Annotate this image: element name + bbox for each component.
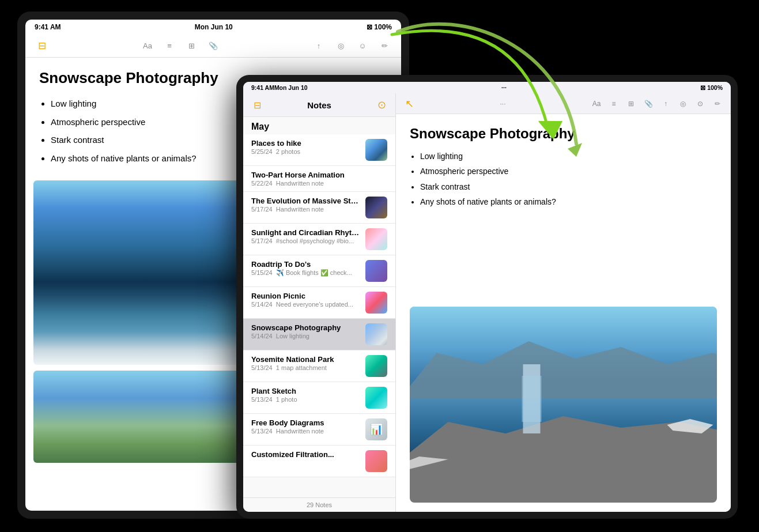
fg-date: Mon Jun 10 — [274, 84, 308, 91]
note-subtitle: 5/17/24 #school #psychology #bio... — [251, 237, 361, 244]
note-item-text: Yosemite National Park 5/13/24 1 map att… — [251, 355, 361, 371]
note-item-horse[interactable]: Two-Part Horse Animation 5/22/24 Handwri… — [243, 166, 395, 192]
note-item-roadtrip[interactable]: Roadtrip To Do's 5/15/24 ✈️ Book flights… — [243, 255, 395, 287]
bg-table-icon[interactable]: ⊞ — [183, 37, 200, 55]
ipad-fg-screen: 9:41 AM Mon Jun 10 ··· ⊠ 100% ⊟ Notes ⊙ … — [243, 82, 731, 512]
note-title: Sunlight and Circadian Rhyth... — [251, 228, 361, 237]
note-item-text: Customized Filtration... — [251, 450, 361, 459]
detail-note-image — [410, 307, 717, 503]
note-item-yosemite[interactable]: Yosemite National Park 5/13/24 1 map att… — [243, 350, 395, 382]
bg-share-icon[interactable]: ↑ — [310, 37, 327, 55]
fg-time: 9:41 AM — [251, 84, 274, 91]
note-item-filtration[interactable]: Customized Filtration... — [243, 446, 395, 477]
note-thumb-custom — [365, 450, 387, 472]
note-item-sunlight[interactable]: Sunlight and Circadian Rhyth... 5/17/24 … — [243, 224, 395, 255]
note-item-star[interactable]: The Evolution of Massive Star... 5/17/24… — [243, 192, 395, 224]
detail-toolbar-dots: ··· — [420, 100, 586, 108]
bg-emoji-icon[interactable]: ☺ — [354, 37, 371, 55]
bg-markup-icon[interactable]: ◎ — [332, 37, 349, 55]
detail-note-body: Low lighting Atmospheric perspective Sta… — [410, 150, 717, 209]
markup-icon[interactable]: ◎ — [675, 96, 690, 111]
note-subtitle: 5/17/24 Handwritten note — [251, 206, 361, 213]
note-subtitle: 5/22/24 Handwritten note — [251, 180, 387, 187]
note-item-text: Sunlight and Circadian Rhyth... 5/17/24 … — [251, 228, 361, 244]
note-title: Two-Part Horse Animation — [251, 171, 387, 179]
note-title: Snowscape Photography — [251, 323, 361, 332]
bg-status-bar: 9:41 AM Mon Jun 10 ⊠ 100% — [25, 20, 401, 35]
fg-status-bar: 9:41 AM Mon Jun 10 ··· ⊠ 100% — [243, 82, 731, 93]
detail-bullet-3: Stark contrast — [420, 180, 717, 193]
notes-count: 29 Notes — [243, 497, 395, 512]
detail-bullet-4: Any shots of native plants or animals? — [420, 195, 717, 208]
bg-compose-icon[interactable]: ✏ — [376, 37, 393, 55]
detail-bullet-1: Low lighting — [420, 150, 717, 163]
back-arrow-icon[interactable]: ↖ — [402, 96, 417, 111]
bg-list-icon[interactable]: ≡ — [161, 37, 178, 55]
note-item-places-to-hike[interactable]: Places to hike 5/25/24 2 photos — [243, 134, 395, 166]
note-item-text: Two-Part Horse Animation 5/22/24 Handwri… — [251, 171, 387, 187]
note-subtitle: 5/25/24 2 photos — [251, 148, 361, 155]
note-title: Places to hike — [251, 139, 361, 148]
table-icon[interactable]: ⊞ — [624, 96, 639, 111]
note-title: Plant Sketch — [251, 387, 361, 395]
notes-list[interactable]: Places to hike 5/25/24 2 photos Two-Part… — [243, 134, 395, 497]
more-icon[interactable]: ⊙ — [693, 96, 708, 111]
note-thumb-sunlight — [365, 228, 387, 250]
note-item-text: Plant Sketch 5/13/24 1 photo — [251, 387, 361, 403]
bg-attach-icon[interactable]: 📎 — [205, 37, 222, 55]
note-thumb-plant — [365, 387, 387, 409]
note-subtitle: 5/14/24 Need everyone's updated... — [251, 301, 361, 308]
note-item-text: The Evolution of Massive Star... 5/17/24… — [251, 197, 361, 213]
note-item-text: Roadtrip To Do's 5/15/24 ✈️ Book flights… — [251, 260, 361, 277]
bg-time: 9:41 AM — [35, 23, 61, 31]
note-subtitle: 5/13/24 Handwritten note — [251, 428, 361, 435]
attach-icon[interactable]: 📎 — [641, 96, 656, 111]
note-thumb-snow — [365, 323, 387, 345]
note-item-snowscape[interactable]: Snowscape Photography 5/14/24 Low lighti… — [243, 319, 395, 350]
note-title: Roadtrip To Do's — [251, 260, 361, 269]
bg-wifi: ⊠ 100% — [367, 23, 392, 31]
detail-toolbar-right: Aa ≡ ⊞ 📎 ↑ ◎ ⊙ ✏ — [589, 96, 725, 111]
svg-marker-4 — [410, 416, 717, 503]
sidebar-toggle-icon[interactable]: ⊟ — [249, 97, 265, 113]
detail-note-title: Snowscape Photography — [410, 126, 717, 142]
compose-icon[interactable]: ✏ — [710, 96, 725, 111]
detail-toolbar-left: ↖ — [402, 96, 417, 111]
note-thumb-yosemite — [365, 355, 387, 377]
share-icon[interactable]: ↑ — [658, 96, 673, 111]
note-item-text: Snowscape Photography 5/14/24 Low lighti… — [251, 323, 361, 339]
note-title: Free Body Diagrams — [251, 418, 361, 427]
notes-list-title: Notes — [265, 100, 373, 110]
svg-rect-8 — [522, 376, 542, 422]
note-thumb-landscape — [365, 139, 387, 161]
section-may: May — [243, 117, 395, 134]
fg-wifi: ⊠ 100% — [700, 84, 723, 91]
note-detail-content: Snowscape Photography Low lighting Atmos… — [396, 114, 731, 297]
format-aa-icon[interactable]: Aa — [589, 96, 604, 111]
note-item-text: Places to hike 5/25/24 2 photos — [251, 139, 361, 155]
bg-sidebar-icon[interactable]: ⊟ — [33, 37, 51, 55]
note-thumb-body: 📊 — [365, 418, 387, 440]
note-thumb-star — [365, 197, 387, 218]
note-item-body-diagrams[interactable]: Free Body Diagrams 5/13/24 Handwritten n… — [243, 414, 395, 446]
note-title: The Evolution of Massive Star... — [251, 197, 361, 205]
bg-date: Mon Jun 10 — [195, 23, 233, 31]
format-list-icon[interactable]: ≡ — [606, 96, 621, 111]
note-title: Customized Filtration... — [251, 450, 361, 459]
note-detail-panel: ↖ ··· Aa ≡ ⊞ 📎 ↑ ◎ ⊙ ✏ Snowscap — [396, 93, 731, 512]
note-subtitle: 5/15/24 ✈️ Book flights ✅ check... — [251, 269, 361, 277]
fg-dots: ··· — [501, 84, 507, 91]
bg-toolbar: ⊟ Aa ≡ ⊞ 📎 ↑ ◎ ☺ ✏ — [25, 35, 401, 58]
detail-toolbar: ↖ ··· Aa ≡ ⊞ 📎 ↑ ◎ ⊙ ✏ — [396, 93, 731, 114]
bg-format-icon[interactable]: Aa — [139, 37, 156, 55]
note-item-plant[interactable]: Plant Sketch 5/13/24 1 photo — [243, 382, 395, 414]
note-subtitle: 5/13/24 1 photo — [251, 396, 361, 403]
more-options-icon[interactable]: ⊙ — [373, 97, 390, 113]
note-image-landscape — [410, 307, 717, 503]
note-item-text: Reunion Picnic 5/14/24 Need everyone's u… — [251, 292, 361, 308]
note-title: Reunion Picnic — [251, 292, 361, 300]
split-view: ⊟ Notes ⊙ May Places to hike 5/25/24 2 p… — [243, 93, 731, 512]
ipad-foreground: 9:41 AM Mon Jun 10 ··· ⊠ 100% ⊟ Notes ⊙ … — [236, 75, 738, 519]
note-item-text: Free Body Diagrams 5/13/24 Handwritten n… — [251, 418, 361, 435]
note-item-picnic[interactable]: Reunion Picnic 5/14/24 Need everyone's u… — [243, 287, 395, 319]
